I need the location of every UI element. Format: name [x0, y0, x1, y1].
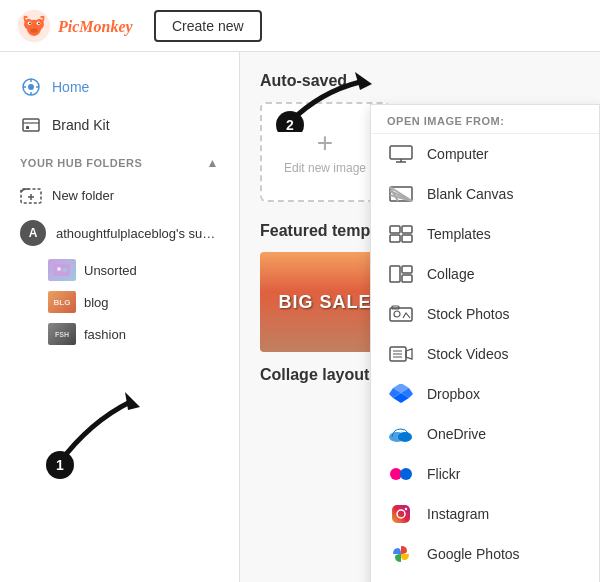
- svg-point-23: [57, 267, 61, 271]
- dropdown-item-blank-canvas[interactable]: Blank Canvas: [371, 174, 599, 214]
- dropdown-item-flickr[interactable]: Flickr: [371, 454, 599, 494]
- svg-rect-35: [390, 235, 400, 242]
- fashion-label: fashion: [84, 327, 126, 342]
- new-folder-item[interactable]: New folder: [0, 178, 239, 212]
- edit-new-image-label: Edit new image: [284, 161, 366, 175]
- chevron-up-icon: ▲: [207, 156, 219, 170]
- sub-folders: Unsorted BLG blog FSH fashion: [0, 254, 239, 350]
- svg-point-6: [29, 22, 31, 24]
- header: PicMonkey Create new: [0, 0, 600, 52]
- dropdown-item-stock-videos[interactable]: Stock Videos: [371, 334, 599, 374]
- picmonkey-logo-icon: [16, 8, 52, 44]
- dropdown-menu: OPEN IMAGE FROM: Computer: [370, 104, 600, 582]
- new-folder-icon: [20, 184, 42, 206]
- plus-icon: +: [317, 129, 333, 157]
- onedrive-label: OneDrive: [427, 426, 486, 442]
- instagram-label: Instagram: [427, 506, 489, 522]
- google-photos-label: Google Photos: [427, 546, 520, 562]
- main-layout: Home Brand Kit YOUR HUB FOLDERS ▲: [0, 52, 600, 582]
- dropdown-item-google-photos[interactable]: Google Photos: [371, 534, 599, 574]
- dropdown-item-dropbox[interactable]: Dropbox: [371, 374, 599, 414]
- create-new-button[interactable]: Create new: [154, 10, 262, 42]
- svg-rect-16: [23, 119, 39, 131]
- content-area: Auto-saved + Edit new image Featured tem…: [240, 52, 600, 582]
- stock-photos-label: Stock Photos: [427, 306, 510, 322]
- svg-rect-34: [402, 226, 412, 233]
- svg-rect-39: [402, 275, 412, 282]
- svg-text:PicMonkey: PicMonkey: [58, 18, 134, 36]
- svg-point-50: [400, 468, 412, 480]
- flickr-icon: [387, 463, 415, 485]
- dropdown-item-computer[interactable]: Computer: [371, 134, 599, 174]
- svg-rect-38: [402, 266, 412, 273]
- sidebar: Home Brand Kit YOUR HUB FOLDERS ▲: [0, 52, 240, 582]
- blank-canvas-icon: [387, 183, 415, 205]
- account-name-label: athoughtfulplaceblog's subf...: [56, 226, 219, 241]
- sidebar-home-label: Home: [52, 79, 89, 95]
- svg-point-24: [63, 268, 68, 273]
- svg-rect-37: [390, 266, 400, 282]
- subfolder-blog[interactable]: BLG blog: [48, 286, 239, 318]
- svg-point-11: [28, 84, 34, 90]
- svg-point-53: [405, 508, 407, 510]
- svg-rect-51: [392, 505, 410, 523]
- flickr-label: Flickr: [427, 466, 460, 482]
- sidebar-item-home[interactable]: Home: [0, 68, 239, 106]
- instagram-icon: [387, 503, 415, 525]
- dropdown-header: OPEN IMAGE FROM:: [371, 105, 599, 134]
- stock-videos-icon: [387, 343, 415, 365]
- sidebar-brand-kit-label: Brand Kit: [52, 117, 110, 133]
- brand-kit-icon: [20, 114, 42, 136]
- dropdown-item-onedrive[interactable]: OneDrive: [371, 414, 599, 454]
- svg-point-7: [38, 22, 40, 24]
- new-folder-label: New folder: [52, 188, 114, 203]
- templates-icon: [387, 223, 415, 245]
- fashion-thumb: FSH: [48, 323, 76, 345]
- blog-label: blog: [84, 295, 109, 310]
- stock-photos-icon: [387, 303, 415, 325]
- svg-rect-33: [390, 226, 400, 233]
- collage-label: Collage: [427, 266, 474, 282]
- subfolder-fashion[interactable]: FSH fashion: [48, 318, 239, 350]
- dropdown-item-collage[interactable]: Collage: [371, 254, 599, 294]
- unsorted-label: Unsorted: [84, 263, 137, 278]
- svg-rect-22: [54, 264, 70, 276]
- dropdown-item-stock-photos[interactable]: Stock Photos: [371, 294, 599, 334]
- unsorted-thumb: [48, 259, 76, 281]
- picmonkey-text-logo: PicMonkey: [58, 14, 138, 38]
- dropdown-item-instagram[interactable]: Instagram: [371, 494, 599, 534]
- blank-canvas-label: Blank Canvas: [427, 186, 513, 202]
- svg-rect-25: [390, 146, 412, 159]
- dropbox-icon: [387, 383, 415, 405]
- stock-videos-label: Stock Videos: [427, 346, 508, 362]
- svg-point-8: [30, 28, 37, 33]
- account-folder-item[interactable]: A athoughtfulplaceblog's subf...: [0, 212, 239, 254]
- hub-folders-label: YOUR HUB FOLDERS: [20, 157, 142, 169]
- svg-rect-36: [402, 235, 412, 242]
- onedrive-icon: [387, 423, 415, 445]
- home-icon: [20, 76, 42, 98]
- svg-point-48: [398, 432, 412, 442]
- templates-label: Templates: [427, 226, 491, 242]
- dropdown-item-templates[interactable]: Templates: [371, 214, 599, 254]
- svg-rect-18: [26, 126, 29, 129]
- svg-rect-40: [390, 308, 412, 321]
- google-photos-icon: [387, 543, 415, 565]
- subfolder-unsorted[interactable]: Unsorted: [48, 254, 239, 286]
- hub-folders-section: YOUR HUB FOLDERS ▲: [0, 144, 239, 178]
- logo: PicMonkey: [16, 8, 138, 44]
- svg-point-41: [394, 311, 400, 317]
- dropdown-item-google-drive[interactable]: Google Drive: [371, 574, 599, 582]
- computer-label: Computer: [427, 146, 488, 162]
- blog-thumb: BLG: [48, 291, 76, 313]
- collage-icon: [387, 263, 415, 285]
- dropbox-label: Dropbox: [427, 386, 480, 402]
- big-sale-text: BIG SALE: [278, 292, 371, 313]
- sidebar-item-brand-kit[interactable]: Brand Kit: [0, 106, 239, 144]
- autosaved-title: Auto-saved: [260, 72, 580, 90]
- avatar: A: [20, 220, 46, 246]
- computer-icon: [387, 143, 415, 165]
